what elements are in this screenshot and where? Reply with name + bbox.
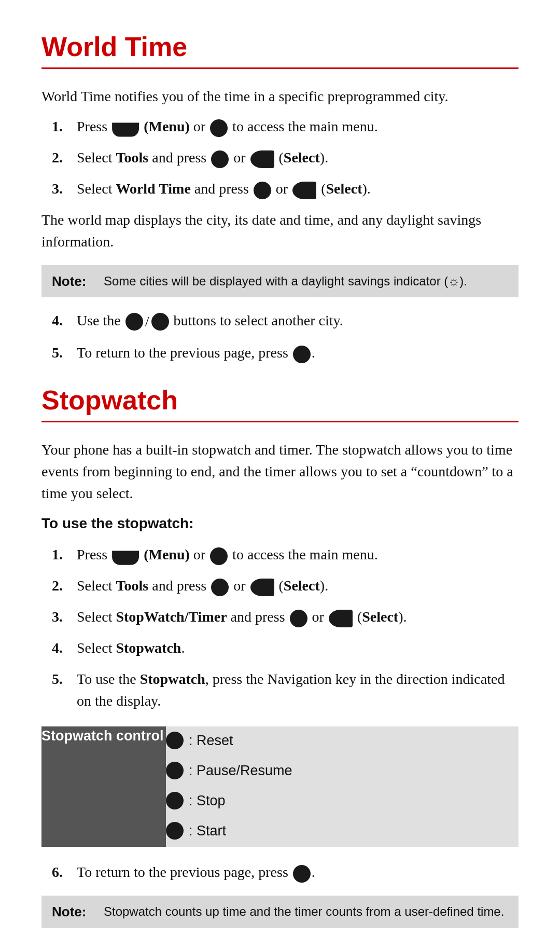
sw-row-pause: : Pause/Resume: [166, 757, 519, 785]
world-time-map-text: The world map displays the city, its dat…: [41, 209, 519, 253]
step-number: 2.: [52, 147, 77, 169]
menu-button-icon: [112, 547, 139, 565]
round-button-icon: [290, 610, 307, 627]
step-content: To use the Stopwatch, press the Navigati…: [77, 668, 519, 712]
stopwatch-label: Stopwatch: [140, 671, 205, 687]
round-button-icon: [293, 865, 311, 883]
step-number: 2.: [52, 575, 77, 597]
table-row: Stopwatch control : Reset : Pause/Resume…: [41, 726, 519, 847]
step-number: 3.: [52, 178, 77, 200]
step-number: 5.: [52, 342, 77, 364]
sw-row-start: : Start: [166, 817, 519, 845]
stop-label: : Stop: [189, 787, 226, 815]
round-button-icon: [254, 182, 271, 199]
stopwatch-step6-list: 6. To return to the previous page, press…: [52, 861, 519, 883]
list-item: 6. To return to the previous page, press…: [52, 861, 519, 883]
note-text: Stopwatch counts up time and the timer c…: [104, 903, 504, 921]
sw-row-stop: : Stop: [166, 787, 519, 815]
menu-button-icon: [112, 119, 139, 137]
round-button-icon: [210, 547, 228, 565]
list-item: 4. Select Stopwatch.: [52, 637, 519, 659]
pair-icons: /: [124, 311, 170, 333]
select-label: Select: [284, 578, 320, 594]
stopwatch-steps: 1. Press (Menu) or to access the main me…: [52, 544, 519, 712]
world-time-label: World Time: [116, 181, 190, 197]
menu-label: (Menu): [144, 546, 190, 562]
step-content: To return to the previous page, press .: [77, 342, 519, 364]
menu-label: (Menu): [144, 118, 190, 134]
select-label: Select: [326, 181, 362, 197]
world-time-body: World Time notifies you of the time in a…: [41, 86, 519, 364]
round-button-icon: [125, 313, 143, 331]
step-number: 1.: [52, 116, 77, 138]
stopwatch-control-table: Stopwatch control : Reset : Pause/Resume…: [41, 726, 519, 847]
list-item: 2. Select Tools and press or (Select).: [52, 147, 519, 169]
start-button-icon: [166, 822, 184, 840]
stopwatch-intro: Your phone has a built-in stopwatch and …: [41, 439, 519, 504]
world-time-intro: World Time notifies you of the time in a…: [41, 86, 519, 107]
select-label: Select: [284, 149, 320, 166]
round-button-icon: [151, 313, 169, 331]
pause-label: : Pause/Resume: [189, 757, 292, 785]
to-use-heading: To use the stopwatch:: [41, 513, 519, 534]
sw-row-reset: : Reset: [166, 726, 519, 754]
list-item: 1. Press (Menu) or to access the main me…: [52, 116, 519, 138]
step-number: 6.: [52, 861, 77, 883]
list-item: 3. Select StopWatch/Timer and press or (…: [52, 606, 519, 628]
stopwatch-body: Your phone has a built-in stopwatch and …: [41, 439, 519, 928]
note-label: Note:: [52, 903, 104, 920]
round-button-icon: [293, 346, 311, 363]
round-button-icon: [210, 119, 228, 137]
list-item: 5. To return to the previous page, press…: [52, 342, 519, 364]
step-content: Select Tools and press or (Select).: [77, 575, 519, 597]
stopwatch-rule: [41, 421, 519, 422]
round-button-icon: [211, 579, 229, 596]
step-content: To return to the previous page, press .: [77, 861, 519, 883]
step-number: 1.: [52, 544, 77, 566]
list-item: 2. Select Tools and press or (Select).: [52, 575, 519, 597]
world-time-steps-2: 4. Use the / buttons to select another c…: [52, 310, 519, 364]
reset-label: : Reset: [189, 726, 233, 754]
stop-button-icon: [166, 792, 184, 809]
select-label: Select: [362, 609, 398, 625]
stopwatch-note: Note: Stopwatch counts up time and the t…: [41, 896, 519, 928]
tools-label: Tools: [116, 578, 148, 594]
arrow-button-icon: [329, 610, 353, 627]
world-time-steps: 1. Press (Menu) or to access the main me…: [52, 116, 519, 200]
step-number: 4.: [52, 637, 77, 659]
pause-button-icon: [166, 762, 184, 779]
tools-label: Tools: [116, 149, 148, 166]
start-label: : Start: [189, 817, 226, 845]
step-content: Select Tools and press or (Select).: [77, 147, 519, 169]
step-content: Press (Menu) or to access the main menu.: [77, 116, 519, 138]
arrow-button-icon: [250, 150, 274, 168]
reset-button-icon: [166, 732, 184, 749]
world-time-rule: [41, 67, 519, 69]
world-time-section: World Time World Time notifies you of th…: [41, 31, 519, 364]
note-text: Some cities will be displayed with a day…: [104, 272, 467, 290]
list-item: 4. Use the / buttons to select another c…: [52, 310, 519, 333]
stopwatch-title: Stopwatch: [41, 384, 519, 416]
step-content: Use the / buttons to select another city…: [77, 310, 519, 333]
step-content: Select World Time and press or (Select).: [77, 178, 519, 200]
world-time-title: World Time: [41, 31, 519, 62]
stopwatch-control-data: : Reset : Pause/Resume : Stop : Start: [166, 726, 519, 847]
step-number: 3.: [52, 606, 77, 628]
stopwatch-label: Stopwatch: [116, 640, 181, 656]
step-content: Select Stopwatch.: [77, 637, 519, 659]
arrow-button-icon: [292, 182, 316, 199]
round-button-icon: [211, 150, 229, 168]
stopwatch-timer-label: StopWatch/Timer: [116, 609, 227, 625]
list-item: 3. Select World Time and press or (Selec…: [52, 178, 519, 200]
arrow-button-icon: [250, 579, 274, 596]
step-content: Select StopWatch/Timer and press or (Sel…: [77, 606, 519, 628]
list-item: 1. Press (Menu) or to access the main me…: [52, 544, 519, 566]
stopwatch-section: Stopwatch Your phone has a built-in stop…: [41, 384, 519, 928]
stopwatch-control-label: Stopwatch control: [41, 726, 166, 847]
world-time-note: Note: Some cities will be displayed with…: [41, 265, 519, 297]
list-item: 5. To use the Stopwatch, press the Navig…: [52, 668, 519, 712]
step-content: Press (Menu) or to access the main menu.: [77, 544, 519, 566]
step-number: 5.: [52, 668, 77, 690]
note-label: Note:: [52, 272, 104, 290]
step-number: 4.: [52, 310, 77, 332]
